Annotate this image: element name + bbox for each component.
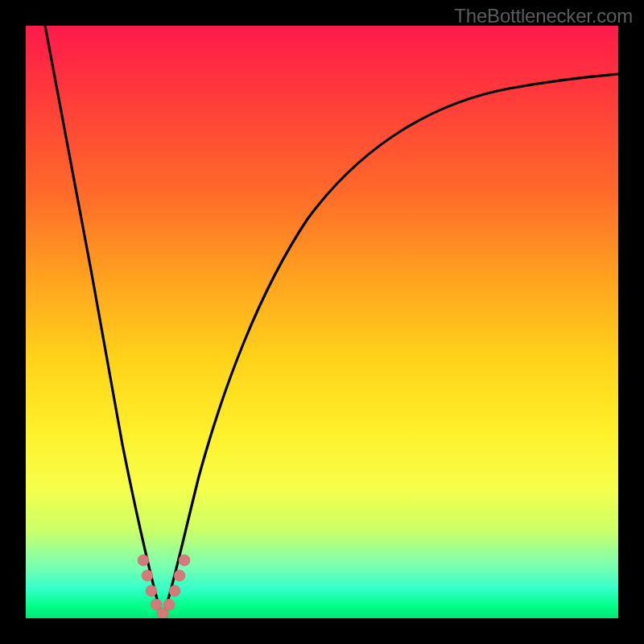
- svg-point-6: [169, 585, 180, 597]
- chart-frame: TheBottlenecker.com: [0, 0, 644, 644]
- curve-right-branch: [163, 74, 618, 618]
- svg-point-1: [142, 570, 153, 581]
- bottleneck-curve: [26, 26, 618, 618]
- curve-left-branch: [45, 26, 163, 618]
- svg-point-2: [146, 585, 157, 597]
- svg-point-5: [163, 599, 175, 610]
- svg-point-0: [138, 555, 149, 566]
- valley-markers: [138, 555, 190, 618]
- watermark-text: TheBottlenecker.com: [454, 5, 633, 27]
- plot-area: [26, 26, 618, 618]
- svg-point-7: [174, 570, 185, 581]
- svg-point-8: [179, 555, 190, 566]
